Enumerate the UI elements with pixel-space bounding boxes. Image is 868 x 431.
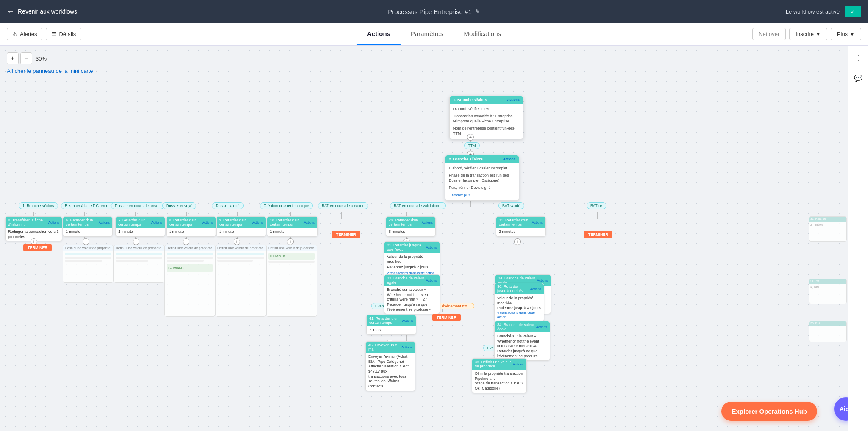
action45-label: 45. Envoyer un e-mail [368,343,401,351]
terminer-node-3: TERMINER [432,314,461,321]
branch2-title: 2. Branche si/alors [449,157,483,161]
branch1-line1: D'abord, vérifier TTM [453,106,520,112]
workflow-status: Le workflow est activé [786,8,840,15]
panel-grid-icon[interactable]: ⋮ [851,51,865,64]
tab-modifications[interactable]: Modifications [454,23,512,45]
action41-actions[interactable]: Actions [402,319,413,323]
action2-label: 6. Retarder d'un certain temps [66,218,99,227]
action5-actions[interactable]: Actions [252,221,263,224]
inscrire-label: Inscrire [796,31,814,37]
branch1-line4: Nom de l'entreprise contient fun-des-TTM [453,126,520,136]
details-icon: ☰ [51,31,56,37]
branch2-actions[interactable]: Actions [503,157,515,161]
action45-actions[interactable]: Actions [401,345,412,349]
label-bat-en-cours-validation: BAT en cours de validation... [390,202,446,209]
plus-conn-4[interactable]: + [183,238,189,245]
blurred-node-far-right-1: 31. Retarder... 2 minutes [809,216,847,242]
sub-bar: ⚠ Alertes ☰ Détails Actions Paramètres M… [0,23,868,46]
blurred-node-2: Définir une valeur de propriété [63,245,114,283]
plus-conn-3[interactable]: + [133,238,139,245]
branch34v-2: 34. Branche de valeur égale Actions Bran… [494,321,550,361]
branch1-actions[interactable]: Actions [507,98,520,102]
zoom-in-button[interactable]: + [7,52,19,64]
branch33-label: 21. Retarder jusqu'à que l'év... [387,243,426,251]
action-node-2: 6. Retarder d'un certain temps Actions 1… [63,216,113,237]
label-bat-ok: BAT ok [587,202,606,209]
nettoyer-button[interactable]: Nettoyer [752,28,786,40]
tab-parametres[interactable]: Paramètres [401,23,454,45]
action6-actions[interactable]: Actions [304,221,315,224]
edit-icon[interactable]: ✎ [475,8,480,15]
branch1-title: 1. Branche si/alors [453,98,487,102]
explorer-hub-button[interactable]: Explorer Operations Hub [721,402,817,421]
alertes-button[interactable]: ⚠ Alertes [7,28,42,40]
toggle-check-icon: ✓ [851,8,855,15]
branch2-line3: Puis, vérifier Devis signé [449,185,515,191]
action-node-5: 9. Retarder d'un certain temps Actions 1… [216,216,266,237]
branch2-popup: 2. Branche si/alors Actions D'abord, vér… [445,155,519,201]
details-button[interactable]: ☰ Détails [46,28,81,40]
label-creation-dossier: Création dossier technique [260,202,313,209]
action-node-41: 41. Retarder d'un certain temps Actions … [366,315,416,335]
plus-conn-6[interactable]: + [287,238,294,245]
branch34v2-actions[interactable]: Actions [536,325,547,329]
zoom-out-button[interactable]: − [20,52,32,64]
plus-button[interactable]: Plus ▼ [831,28,861,40]
action38-actions[interactable]: Actions [513,362,524,366]
branch1-line2: Transaction associée à : Entreprise [453,113,520,119]
branch33-actions[interactable]: Actions [426,246,437,249]
action31-label: 31. Retarder d'un certain temps [499,218,532,227]
blurred-node-4: Définir une valeur de propriété TERMINER [164,245,215,317]
action6-label: 10. Retarder d'un certain temps [270,218,304,227]
action2-actions[interactable]: Actions [99,221,110,224]
branch33v-actions[interactable]: Actions [426,279,437,282]
label-dossier-en-cours: Dossier en cours de créa... [111,202,164,209]
toggle-active-button[interactable]: ✓ [845,6,861,17]
inscrire-chevron-icon: ▼ [815,31,821,37]
action20-actions[interactable]: Actions [422,221,433,224]
terminer-node-1: TERMINER [332,231,360,238]
label-bat-valide: BAT validé [498,202,524,209]
workflow-title: Processus Pipe Entreprise #1 [388,8,472,15]
label-bat-en-cours-creation: BAT en cours de création [318,202,368,209]
action1-actions[interactable]: Actions [48,221,59,224]
action-node-6: 10. Retarder d'un certain temps Actions … [267,216,318,237]
blurred-node-5: Définir une valeur de propriété [215,245,266,317]
tab-actions[interactable]: Actions [357,23,401,45]
top-bar: ← Revenir aux workflows Processus Pipe E… [0,0,868,23]
back-button[interactable]: ← Revenir aux workflows [7,7,77,16]
tabs-center: Actions Paramètres Modifications [357,23,511,45]
branch33v-label: 33. Branche de valeur égale [387,276,426,285]
inscrire-button[interactable]: Inscrire ▼ [789,28,827,40]
action31-actions[interactable]: Actions [532,221,543,224]
action4-label: 8. Retarder d'un certain temps [169,218,202,227]
plus-conn-8[interactable]: + [514,238,521,245]
action4-actions[interactable]: Actions [202,221,213,224]
workflow-canvas-area[interactable]: + − 30% Afficher le panneau de la mini c… [0,46,868,431]
branch34v-actions[interactable]: Actions [537,279,548,282]
branch34v2-label: 34. Branche de valeur égale [497,323,536,331]
sub-bar-left: ⚠ Alertes ☰ Détails [7,28,81,40]
minimap-link[interactable]: Afficher le panneau de la mini carte [7,68,93,74]
action5-label: 9. Retarder d'un certain temps [219,218,252,227]
action-node-80: 80. Retarder jusqu'à que l'év... Actions… [494,283,544,322]
terminer-node-2: TERMINER [584,231,612,238]
connector-dot-1[interactable]: + [467,134,474,141]
action80-label: 80. Retarder jusqu'à que l'év... [497,285,530,293]
right-panel: ⋮ 💬 [848,46,868,431]
plus-conn-5[interactable]: + [234,238,240,245]
sub-bar-right: Nettoyer Inscrire ▼ Plus ▼ [752,28,861,40]
panel-chat-icon[interactable]: 💬 [851,71,865,85]
zoom-level: 30% [34,55,48,62]
branch2-show-more[interactable]: + Afficher plus [449,193,515,197]
top-right-controls: Le workflow est activé ✓ [786,6,861,17]
connector-lines [0,46,868,431]
action80-actions[interactable]: Actions [530,287,541,291]
branch33-value: 33. Branche de valeur égale Actions Bran… [384,274,440,314]
plus-conn-2[interactable]: + [83,238,89,245]
action3-actions[interactable]: Actions [151,221,162,224]
branch-33: 21. Retarder jusqu'à que l'év... Actions… [384,241,440,277]
blurred-node-3: Définir une valeur de propriété [114,245,164,283]
label-dossier-valide: Dossier validé [212,202,244,209]
alert-icon: ⚠ [12,31,17,37]
